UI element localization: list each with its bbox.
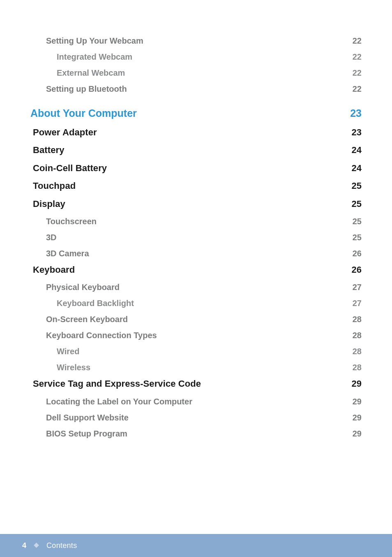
toc-entry[interactable]: Setting up Bluetooth22 (46, 84, 362, 94)
toc-entry-page: 28 (353, 314, 362, 324)
toc-entry[interactable]: Battery24 (33, 145, 362, 155)
toc-entry[interactable]: Coin-Cell Battery24 (33, 163, 362, 174)
toc-entry-page: 28 (353, 346, 362, 356)
toc-entry[interactable]: Dell Support Website29 (46, 413, 362, 422)
footer-label: Contents (46, 541, 77, 550)
toc-entry[interactable]: 3D Camera26 (46, 248, 362, 258)
toc-entry-label: 3D Camera (46, 248, 89, 258)
toc-entry-page: 29 (353, 413, 362, 422)
toc-entry[interactable]: Keyboard Backlight27 (57, 298, 362, 308)
toc-entry-label: 3D (46, 232, 57, 242)
toc-entry[interactable]: BIOS Setup Program29 (46, 429, 362, 439)
toc-entry[interactable]: Physical Keyboard27 (46, 282, 362, 292)
diamond-icon (34, 543, 39, 548)
toc-entry-label: Wireless (57, 362, 90, 372)
toc-entry-page: 28 (353, 362, 362, 372)
toc-entry-label: Battery (33, 145, 65, 155)
toc-entry-label: Dell Support Website (46, 413, 129, 422)
toc-entry-label: Coin-Cell Battery (33, 163, 107, 174)
toc-entry-label: Power Adapter (33, 127, 97, 138)
toc-entry[interactable]: Keyboard26 (33, 265, 362, 275)
toc-entry-page: 22 (353, 84, 362, 94)
toc-entry[interactable]: Wireless28 (57, 362, 362, 372)
toc-entry-label: Keyboard Connection Types (46, 330, 157, 340)
toc-entry-page: 22 (353, 68, 362, 78)
toc-entry-label: BIOS Setup Program (46, 429, 127, 439)
toc-entry-page: 25 (353, 232, 362, 242)
toc-container: Setting Up Your Webcam22Integrated Webca… (0, 0, 392, 439)
toc-entry[interactable]: Wired28 (57, 346, 362, 356)
toc-entry-page: 23 (350, 107, 362, 119)
toc-entry-label: Touchscreen (46, 216, 97, 226)
toc-entry-page: 22 (353, 36, 362, 46)
toc-entry[interactable]: Touchscreen25 (46, 216, 362, 226)
toc-entry-page: 27 (353, 282, 362, 292)
toc-entry[interactable]: External Webcam22 (57, 68, 362, 78)
toc-entry-label: On-Screen Keyboard (46, 314, 128, 324)
toc-entry-label: External Webcam (57, 68, 125, 78)
footer-page-number: 4 (22, 541, 26, 550)
toc-entry-page: 24 (352, 163, 362, 174)
toc-entry[interactable]: About Your Computer23 (30, 107, 362, 119)
toc-entry[interactable]: 3D25 (46, 232, 362, 242)
toc-entry-page: 26 (352, 265, 362, 275)
toc-entry-label: Wired (57, 346, 79, 356)
toc-entry-page: 25 (352, 181, 362, 191)
toc-entry[interactable]: Keyboard Connection Types28 (46, 330, 362, 340)
toc-entry-page: 27 (353, 298, 362, 308)
toc-entry-page: 26 (353, 248, 362, 258)
toc-entry-page: 28 (353, 330, 362, 340)
toc-entry-page: 23 (352, 127, 362, 138)
toc-entry-label: Setting up Bluetooth (46, 84, 127, 94)
toc-entry[interactable]: Display25 (33, 199, 362, 209)
toc-entry-label: Display (33, 199, 65, 209)
toc-entry-label: Integrated Webcam (57, 52, 132, 62)
toc-entry[interactable]: Setting Up Your Webcam22 (46, 36, 362, 46)
toc-entry[interactable]: Power Adapter23 (33, 127, 362, 138)
toc-entry[interactable]: Integrated Webcam22 (57, 52, 362, 62)
toc-entry-label: Service Tag and Express-Service Code (33, 378, 201, 389)
toc-entry[interactable]: Touchpad25 (33, 181, 362, 191)
toc-entry-page: 25 (352, 199, 362, 209)
page-footer: 4 Contents (0, 534, 392, 557)
toc-entry-page: 22 (353, 52, 362, 62)
toc-entry[interactable]: On-Screen Keyboard28 (46, 314, 362, 324)
toc-entry-label: About Your Computer (30, 107, 137, 119)
toc-entry-label: Keyboard (33, 265, 75, 275)
toc-entry-page: 25 (353, 216, 362, 226)
toc-entry[interactable]: Locating the Label on Your Computer29 (46, 397, 362, 406)
toc-entry[interactable]: Service Tag and Express-Service Code29 (33, 378, 362, 389)
toc-entry-page: 29 (353, 429, 362, 439)
toc-entry-page: 29 (353, 397, 362, 406)
toc-entry-page: 29 (352, 378, 362, 389)
toc-entry-label: Physical Keyboard (46, 282, 120, 292)
toc-entry-label: Touchpad (33, 181, 76, 191)
toc-entry-page: 24 (352, 145, 362, 155)
toc-entry-label: Locating the Label on Your Computer (46, 397, 192, 406)
toc-entry-label: Setting Up Your Webcam (46, 36, 143, 46)
toc-entry-label: Keyboard Backlight (57, 298, 134, 308)
